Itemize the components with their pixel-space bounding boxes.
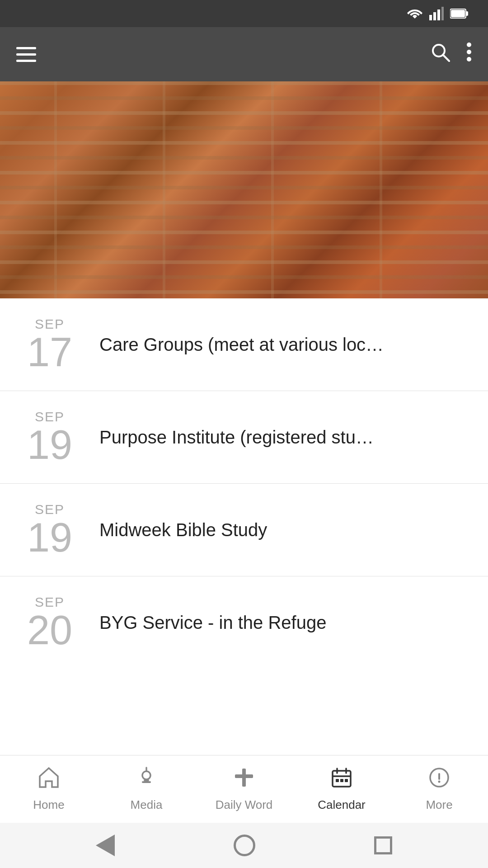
svg-point-10 [467,50,471,54]
more-label: More [426,798,452,812]
event-date: SEP 19 [23,502,77,558]
svg-rect-2 [437,9,440,20]
home-button[interactable] [234,835,255,856]
event-title: BYG Service - in the Refuge [99,613,465,633]
nav-item-daily-word[interactable]: Daily Word [195,755,293,823]
event-title: Midweek Bible Study [99,520,465,540]
nav-item-calendar[interactable]: Calendar [293,755,390,823]
media-icon [135,766,158,794]
recents-button[interactable] [374,836,392,854]
svg-point-12 [142,771,150,779]
more-options-button[interactable] [466,42,472,67]
nav-item-home[interactable]: Home [0,755,98,823]
svg-rect-6 [466,11,468,16]
svg-rect-23 [340,779,343,782]
event-list: SEP 17 Care Groups (meet at various loc…… [0,298,488,669]
search-button[interactable] [430,42,450,67]
event-item[interactable]: SEP 19 Purpose Institute (registered stu… [0,391,488,484]
nav-item-media[interactable]: Media [98,755,195,823]
svg-rect-13 [144,779,149,781]
event-day: 20 [27,610,72,651]
wifi-icon [407,7,423,20]
battery-icon [450,7,468,20]
event-title: Care Groups (meet at various loc… [99,335,465,355]
daily-word-icon [233,766,255,794]
svg-rect-22 [336,779,339,782]
status-bar [0,0,488,27]
nav-item-more[interactable]: More [390,755,488,823]
media-label: Media [131,798,163,812]
svg-rect-3 [441,7,444,20]
event-item[interactable]: SEP 17 Care Groups (meet at various loc… [0,298,488,391]
svg-rect-5 [451,10,465,17]
back-button[interactable] [96,835,115,856]
svg-rect-0 [429,15,432,20]
signal-icon [429,7,444,20]
svg-rect-14 [142,781,151,783]
bottom-navigation: Home Media Daily Word Calendar [0,755,488,823]
app-bar-actions [430,42,472,67]
svg-rect-24 [345,779,348,782]
event-item[interactable]: SEP 20 BYG Service - in the Refuge [0,576,488,669]
svg-point-27 [438,781,441,783]
svg-rect-17 [235,774,253,778]
more-icon [428,766,450,794]
event-day: 19 [27,517,72,558]
event-item[interactable]: SEP 19 Midweek Bible Study [0,484,488,576]
event-date: SEP 19 [23,409,77,465]
svg-point-11 [467,57,471,61]
svg-line-8 [443,55,449,61]
home-icon [38,766,60,794]
event-date: SEP 17 [23,316,77,373]
svg-point-9 [467,42,471,47]
daily-word-label: Daily Word [216,798,273,812]
calendar-label: Calendar [318,798,366,812]
event-title: Purpose Institute (registered stu… [99,427,465,448]
system-nav-bar [0,823,488,868]
svg-rect-18 [333,771,351,787]
app-bar [0,27,488,81]
event-day: 19 [27,425,72,465]
hamburger-menu-button[interactable] [16,47,36,62]
status-icons [407,7,474,20]
svg-rect-1 [433,12,436,20]
event-day: 17 [27,332,72,373]
calendar-icon [330,766,353,794]
home-label: Home [33,798,64,812]
event-date: SEP 20 [23,594,77,651]
hero-image [0,81,488,298]
